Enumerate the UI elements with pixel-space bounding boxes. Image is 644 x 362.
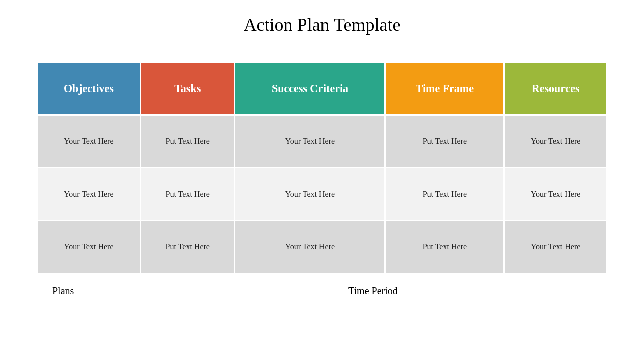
cell[interactable]: Your Text Here	[38, 168, 140, 220]
footer: Plans Time Period	[0, 274, 644, 297]
footer-plans-group: Plans	[36, 285, 312, 297]
footer-time-period-group: Time Period	[332, 285, 608, 297]
cell[interactable]: Your Text Here	[505, 221, 606, 273]
col-resources: Resources	[505, 63, 606, 114]
cell[interactable]: Your Text Here	[235, 221, 384, 273]
divider-line	[85, 291, 312, 291]
footer-plans-label: Plans	[36, 285, 85, 297]
table-header-row: Objectives Tasks Success Criteria Time F…	[38, 63, 606, 114]
footer-time-period-label: Time Period	[332, 285, 409, 297]
cell[interactable]: Your Text Here	[505, 116, 606, 167]
cell[interactable]: Put Text Here	[141, 221, 234, 273]
cell[interactable]: Your Text Here	[235, 116, 384, 167]
col-success-criteria: Success Criteria	[235, 63, 384, 114]
table-container: Objectives Tasks Success Criteria Time F…	[0, 35, 644, 274]
cell[interactable]: Put Text Here	[386, 168, 503, 220]
cell[interactable]: Put Text Here	[141, 116, 234, 167]
cell[interactable]: Your Text Here	[38, 221, 140, 273]
cell[interactable]: Your Text Here	[38, 116, 140, 167]
col-tasks: Tasks	[141, 63, 234, 114]
cell[interactable]: Put Text Here	[386, 116, 503, 167]
cell[interactable]: Your Text Here	[235, 168, 384, 220]
table-row: Your Text Here Put Text Here Your Text H…	[38, 116, 606, 167]
table-row: Your Text Here Put Text Here Your Text H…	[38, 221, 606, 273]
col-time-frame: Time Frame	[386, 63, 503, 114]
page-title: Action Plan Template	[0, 0, 644, 35]
cell[interactable]: Put Text Here	[141, 168, 234, 220]
cell[interactable]: Your Text Here	[505, 168, 606, 220]
cell[interactable]: Put Text Here	[386, 221, 503, 273]
table-row: Your Text Here Put Text Here Your Text H…	[38, 168, 606, 220]
col-objectives: Objectives	[38, 63, 140, 114]
action-plan-table: Objectives Tasks Success Criteria Time F…	[36, 61, 608, 274]
divider-line	[409, 291, 608, 291]
